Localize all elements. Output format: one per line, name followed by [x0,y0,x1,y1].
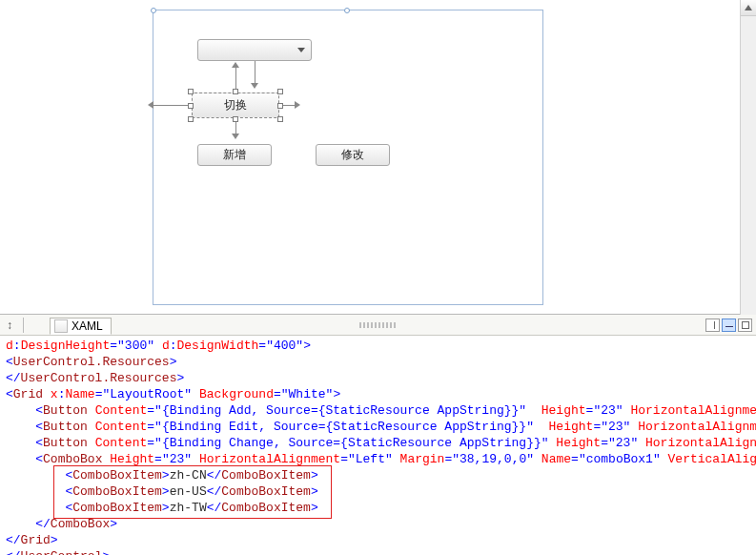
split-vertical-icon [710,321,715,329]
splitter-bar[interactable]: ↕ XAML [0,315,756,336]
scroll-up-button[interactable] [741,0,756,16]
arrow-down-icon [232,134,239,139]
tab-label: XAML [72,319,103,333]
change-button[interactable]: 切换 [192,92,279,118]
button-label: 切换 [224,97,247,113]
resize-handle-icon[interactable] [233,116,238,122]
designer-pane: 切换 新增 修改 [0,0,756,315]
swap-panes-icon[interactable]: ↕ [2,318,17,333]
combobox-control[interactable] [197,39,312,61]
layout-collapse-button[interactable] [738,319,752,332]
anchor-line-icon [153,105,192,106]
resize-handle-icon[interactable] [188,103,194,109]
resize-handle-icon[interactable] [188,116,194,122]
layout-horizontal-button[interactable] [722,319,736,332]
add-button[interactable]: 新增 [197,144,272,166]
chevron-up-icon [745,5,752,10]
chevron-down-icon [297,48,305,52]
document-icon [54,319,68,333]
code-content[interactable]: d:DesignHeight="300" d:DesignWidth="400"… [0,336,756,555]
grip-icon[interactable] [359,322,398,328]
anchor-line-icon [255,61,255,84]
resize-handle-icon[interactable] [277,103,283,109]
arrow-right-icon [295,101,300,109]
divider-icon [23,318,38,333]
square-icon [742,321,749,329]
button-label: 修改 [341,147,364,163]
design-canvas[interactable]: 切换 新增 修改 [153,10,543,305]
arrow-up-icon [232,62,239,68]
vertical-scrollbar[interactable] [740,0,756,315]
tab-xaml[interactable]: XAML [50,318,112,335]
resize-handle-icon[interactable] [277,116,283,122]
resize-handle-icon[interactable] [188,89,194,94]
resize-handle-icon[interactable] [277,89,283,94]
arrow-down-icon [251,83,258,89]
edit-button[interactable]: 修改 [316,144,390,166]
layout-vertical-button[interactable] [705,319,720,332]
arrow-left-icon [148,101,153,109]
button-label: 新增 [223,147,246,163]
split-horizontal-icon [725,322,733,327]
xaml-editor[interactable]: d:DesignHeight="300" d:DesignWidth="400"… [0,336,756,555]
selection-adorner[interactable]: 切换 [192,92,279,118]
resize-handle-icon[interactable] [233,89,238,94]
